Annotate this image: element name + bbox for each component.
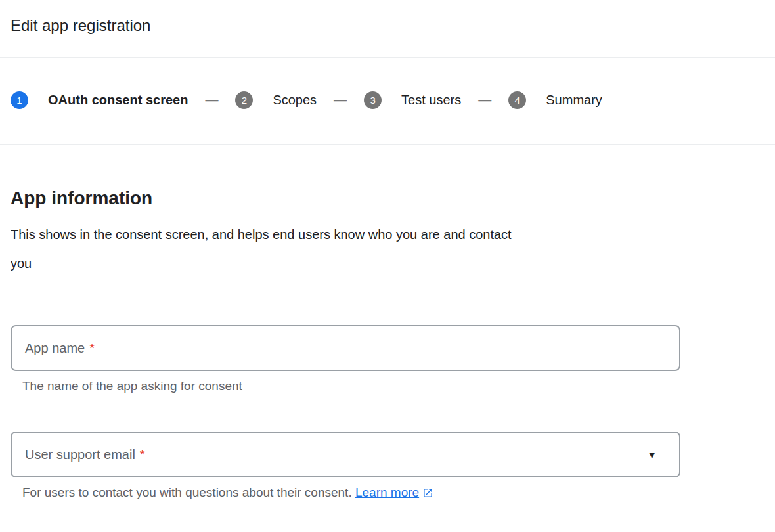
step-label: OAuth consent screen bbox=[48, 93, 188, 108]
learn-more-label: Learn more bbox=[355, 485, 419, 500]
user-support-email-select[interactable]: User support email * ▼ bbox=[11, 432, 680, 477]
step-number-badge: 1 bbox=[11, 91, 28, 109]
step-label: Summary bbox=[546, 93, 602, 108]
stepper-step-summary[interactable]: 4 Summary bbox=[508, 91, 602, 109]
user-support-email-label: User support email * bbox=[25, 447, 145, 462]
step-label: Test users bbox=[401, 93, 461, 108]
user-support-email-helper: For users to contact you with questions … bbox=[22, 485, 764, 500]
header-divider bbox=[0, 57, 775, 58]
page-title: Edit app registration bbox=[11, 16, 764, 35]
app-name-helper: The name of the app asking for consent bbox=[22, 379, 764, 393]
app-name-label: App name * bbox=[25, 341, 95, 356]
stepper-divider bbox=[0, 144, 775, 145]
step-separator: — bbox=[478, 93, 491, 108]
field-label-text: App name bbox=[25, 341, 85, 356]
section-description: This shows in the consent screen, and he… bbox=[11, 220, 516, 278]
stepper-step-test-users[interactable]: 3 Test users bbox=[364, 91, 461, 109]
required-asterisk: * bbox=[89, 341, 95, 356]
learn-more-link[interactable]: Learn more bbox=[355, 485, 433, 500]
form-content: App information This shows in the consen… bbox=[0, 187, 775, 500]
step-number-badge: 2 bbox=[235, 91, 253, 109]
dropdown-arrow-icon: ▼ bbox=[647, 450, 657, 460]
step-label: Scopes bbox=[273, 93, 317, 108]
stepper-step-oauth-consent-screen[interactable]: 1 OAuth consent screen bbox=[11, 91, 188, 109]
step-separator: — bbox=[205, 93, 218, 108]
step-separator: — bbox=[334, 93, 347, 108]
section-heading: App information bbox=[11, 187, 764, 210]
app-name-input[interactable]: App name * bbox=[11, 325, 680, 371]
required-asterisk: * bbox=[140, 447, 145, 462]
step-number-badge: 4 bbox=[508, 91, 526, 109]
page-header: Edit app registration bbox=[0, 0, 775, 35]
helper-text: For users to contact you with questions … bbox=[22, 485, 352, 499]
stepper-step-scopes[interactable]: 2 Scopes bbox=[235, 91, 317, 109]
external-link-icon bbox=[422, 487, 433, 499]
field-label-text: User support email bbox=[25, 447, 135, 462]
step-number-badge: 3 bbox=[364, 91, 382, 109]
stepper: 1 OAuth consent screen — 2 Scopes — 3 Te… bbox=[0, 91, 775, 109]
